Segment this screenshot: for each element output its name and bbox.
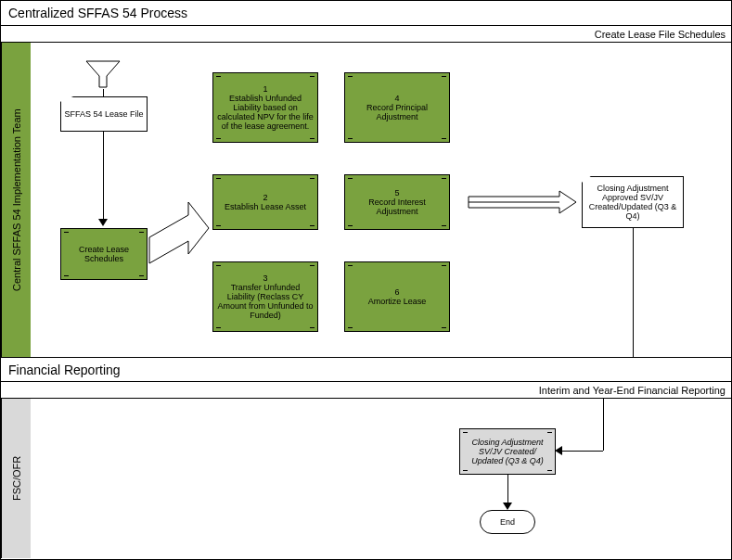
lease-file-tag-text: SFFAS 54 Lease File [64, 109, 143, 119]
step5-text: Record Interest Adjustment [349, 197, 445, 216]
swimlane2-label: FSC/OFR [1, 399, 31, 558]
connector-line [603, 399, 604, 451]
svg-marker-1 [149, 202, 209, 263]
step6-text: Amortize Lease [368, 297, 427, 306]
step5-number: 5 [394, 188, 399, 197]
lower-band: Interim and Year-End Financial Reporting [1, 382, 731, 399]
funnel-icon [84, 59, 122, 91]
lease-file-tag: SFFAS 54 Lease File [60, 96, 148, 132]
process-step-1: 1 Establish Unfunded Liability based on … [212, 72, 318, 143]
upper-band: Create Lease File Schedules [1, 26, 731, 43]
process-step-4: 4 Record Principal Adjustment [344, 72, 450, 143]
section-financial-reporting-title: Financial Reporting [1, 358, 731, 382]
end-label: End [500, 517, 515, 527]
swimlane1-label-text: Central SFFAS 54 Implementation Team [11, 108, 22, 291]
process-step-3: 3 Transfer Unfunded Liability (Reclass C… [212, 261, 318, 332]
step4-number: 4 [394, 94, 399, 103]
step3-text: Transfer Unfunded Liability (Reclass CY … [217, 283, 314, 320]
connector-line [561, 451, 603, 452]
process-create-lease-schedules: Create Lease Schedules [60, 228, 148, 280]
process-closing-adjustment: Closing Adjustment SV/JV Created/ Update… [459, 428, 556, 475]
svg-marker-0 [86, 61, 120, 87]
connector-line [103, 132, 104, 221]
swimlane2-body: Closing Adjustment SV/JV Created/ Update… [31, 399, 731, 558]
connector-line [507, 475, 508, 504]
swimlane1-label: Central SFFAS 54 Implementation Team [1, 43, 31, 357]
process-step-2: 2 Establish Lease Asset [212, 174, 318, 230]
process-create-lease-schedules-text: Create Lease Schedules [65, 245, 143, 263]
arrowhead-down-icon [503, 503, 512, 510]
arrowhead-left-icon [555, 446, 562, 455]
closing-adjustment-note: Closing Adjustment Approved SV/JV Create… [582, 176, 684, 228]
upper-band-label: Create Lease File Schedules [595, 29, 726, 40]
swimlane2-label-text: FSC/OFR [11, 456, 22, 501]
terminator-end: End [480, 510, 535, 534]
step1-text: Establish Unfunded Liability based on ca… [217, 94, 314, 131]
page-title: Centralized SFFAS 54 Process [1, 1, 731, 26]
connector-line [103, 89, 104, 96]
swimlane-implementation-team: Central SFFAS 54 Implementation Team SFF… [1, 43, 731, 358]
section2-title-text: Financial Reporting [8, 363, 121, 377]
lower-band-label: Interim and Year-End Financial Reporting [539, 385, 726, 396]
step1-number: 1 [263, 84, 267, 94]
block-arrow-icon [148, 200, 211, 265]
closing-adjustment-note-text: Closing Adjustment Approved SV/JV Create… [586, 184, 679, 221]
swimlane-fsc-ofr: FSC/OFR Closing Adjustment SV/JV Created… [1, 399, 731, 558]
arrowhead-down-icon [98, 219, 108, 226]
closing-adjustment-box-text: Closing Adjustment SV/JV Created/ Update… [466, 438, 549, 465]
step2-number: 2 [263, 193, 267, 202]
diagram-page: Centralized SFFAS 54 Process Create Leas… [0, 0, 732, 560]
connector-line [633, 228, 634, 358]
step6-number: 6 [394, 287, 399, 297]
block-arrow-icon [467, 189, 578, 215]
step2-text: Establish Lease Asset [225, 202, 306, 211]
process-step-6: 6 Amortize Lease [344, 261, 450, 332]
swimlane1-body: SFFAS 54 Lease File Create Lease Schedul… [31, 43, 731, 357]
step4-text: Record Principal Adjustment [349, 103, 445, 121]
process-step-5: 5 Record Interest Adjustment [344, 174, 450, 230]
step3-number: 3 [263, 274, 267, 283]
page-title-text: Centralized SFFAS 54 Process [8, 6, 187, 20]
